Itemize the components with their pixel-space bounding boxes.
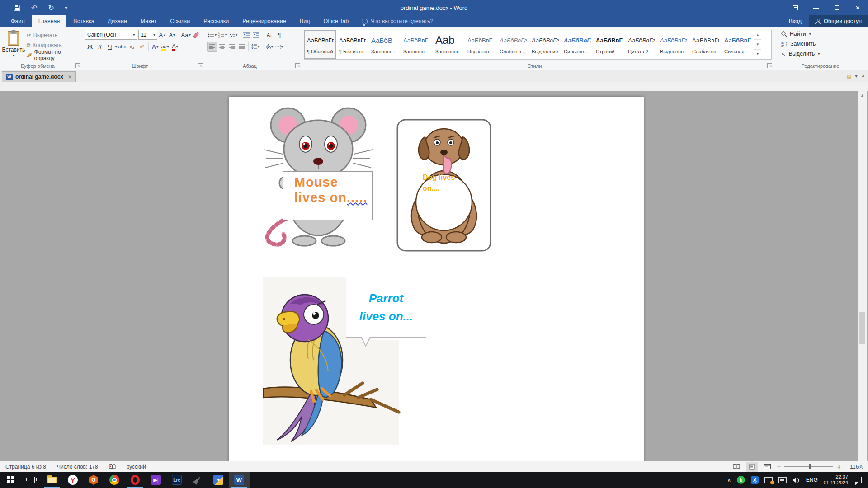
paragraph-dialog-launcher[interactable]: ↘ [295,63,300,68]
word-taskbar-button[interactable]: W [229,472,250,488]
read-mode-button[interactable] [731,462,742,472]
align-right-button[interactable] [227,42,237,52]
scrollbar-thumb[interactable] [859,312,865,344]
save-icon[interactable] [14,5,20,11]
subscript-button[interactable]: x₂ [127,42,137,52]
proofing-icon[interactable] [104,464,121,469]
tab-layout[interactable]: Макет [134,15,163,27]
pen-app-button[interactable] [187,472,208,488]
cut-button[interactable]: ✂ Вырезать [25,30,80,40]
tray-expand-icon[interactable]: ∧ [727,477,731,483]
clear-formatting-button[interactable] [191,30,201,40]
italic-button[interactable]: К [95,42,105,52]
redo-icon[interactable]: ↻ [48,4,54,12]
line-spacing-button[interactable]: ▾ [250,42,260,52]
align-left-button[interactable] [207,42,217,52]
keyboard-language[interactable]: ENG [806,477,818,483]
grow-font-button[interactable]: А▲ [157,30,167,40]
font-dialog-launcher[interactable]: ↘ [198,63,203,68]
zoom-slider-thumb[interactable] [809,464,811,469]
tab-design[interactable]: Дизайн [101,15,134,27]
word-count[interactable]: Число слов: 178 [52,464,104,470]
task-view-button[interactable] [21,472,42,488]
customize-qat-icon[interactable]: ▾ [65,5,67,10]
bluetooth-icon[interactable] [751,476,759,484]
show-marks-button[interactable]: ¶ [274,30,284,40]
style-heading2[interactable]: АаБбВвГЗаголово... [401,30,433,59]
language-indicator[interactable]: русский [121,464,151,470]
sign-in-link[interactable]: Вход [782,18,809,24]
kaspersky-icon[interactable]: k [737,476,745,484]
zoom-slider[interactable] [784,466,833,467]
styles-scroll-down-icon[interactable]: ▼ [754,40,761,49]
decrease-indent-button[interactable] [241,30,251,40]
style-emphasis[interactable]: АаБбВвГгВыделение [529,30,561,59]
style-intense-quote[interactable]: АаБбВвГгВыделенн... [657,30,689,59]
action-center-icon[interactable] [854,477,862,483]
media-player-button[interactable]: ▶| [146,472,166,488]
style-normal[interactable]: АаБбВвГг,¶ Обычный [304,30,336,59]
display-status-icon[interactable] [764,477,773,483]
superscript-button[interactable]: x² [137,42,147,52]
clock[interactable]: 22:37 01.11.2024 [824,474,848,486]
tab-list-caret-icon[interactable]: ▾ [855,73,858,79]
find-button[interactable]: Найти ▾ [779,29,865,39]
bullets-button[interactable]: ▾ [207,30,217,40]
scroll-up-icon[interactable]: ▲ [860,93,864,98]
justify-button[interactable] [237,42,247,52]
document-tab-close-icon[interactable]: ✕ [68,74,72,80]
select-button[interactable]: ↖ Выделить ▾ [779,49,865,59]
print-layout-button[interactable] [746,462,758,472]
tab-insert[interactable]: Вставка [66,15,101,27]
close-button[interactable]: ✕ [847,0,868,15]
ribbon-display-options-button[interactable] [785,0,806,15]
restore-button[interactable] [826,0,847,15]
borders-button[interactable]: ▾ [274,42,284,52]
dog-card-image[interactable]: Dog lives on.... [396,119,491,252]
tab-office-tab[interactable]: Office Tab [316,15,355,27]
increase-indent-button[interactable] [251,30,261,40]
tab-review[interactable]: Рецензирование [236,15,293,27]
font-color-button[interactable]: А▾ [170,42,180,52]
shrink-font-button[interactable]: А▼ [167,30,177,40]
document-tab[interactable]: W ordinal game.docx ✕ [2,71,76,82]
lightroom-button[interactable]: Lrc [166,472,187,488]
tab-references[interactable]: Ссылки [163,15,197,27]
tab-mailings[interactable]: Рассылки [197,15,236,27]
studio-app-button[interactable]: ✦ [208,472,229,488]
share-button[interactable]: Общий доступ [809,15,868,27]
style-quote2[interactable]: АаБбВвГгЦитата 2 [625,30,657,59]
change-case-button[interactable]: Аа▾ [180,30,191,40]
font-size-combo[interactable]: 11▾ [138,30,157,40]
tab-bar-close-icon[interactable]: ✕ [861,73,865,79]
style-intense-emphasis[interactable]: АаБбВвГгСильное... [561,30,593,59]
style-subtle-reference[interactable]: АаБбВвГг,Слабая сс... [689,30,722,59]
tell-me-box[interactable]: Что вы хотите сделать? [355,15,439,27]
page-indicator[interactable]: Страница 6 из 8 [0,464,52,470]
minimize-button[interactable]: — [806,0,826,15]
underline-button[interactable]: Ч [105,42,115,52]
style-no-spacing[interactable]: АаБбВвГг,¶ Без инте... [336,30,368,59]
font-name-combo[interactable]: Calibri (Осн▾ [85,30,137,40]
network-icon[interactable] [778,477,787,483]
security-app-button[interactable]: G [83,472,104,488]
zoom-level[interactable]: 116% [844,464,863,470]
clipboard-dialog-launcher[interactable]: ↘ [75,63,80,68]
styles-dialog-launcher[interactable]: ↘ [767,63,772,68]
tab-file[interactable]: Файл [0,15,32,27]
paste-button[interactable]: Вставить ▾ [2,29,25,60]
style-strong[interactable]: АаБбВвГг,Строгий [593,30,625,59]
sort-button[interactable]: А↓ [264,30,274,40]
zoom-out-button[interactable]: − [777,465,781,469]
tab-home[interactable]: Главная [32,15,67,27]
undo-icon[interactable]: ↶ [31,4,37,12]
file-explorer-button[interactable] [42,472,62,488]
bold-button[interactable]: Ж [85,42,95,52]
start-button[interactable] [0,472,21,488]
style-intense-reference[interactable]: АаБбВвГг,Сильная... [722,30,754,59]
yandex-browser-button[interactable]: Y [62,472,83,488]
styles-scroll-up-icon[interactable]: ▲ [754,30,761,40]
highlight-button[interactable]: ab▾ [160,42,170,52]
multilevel-list-button[interactable]: ▾ [228,30,238,40]
zoom-in-button[interactable]: + [837,465,841,469]
